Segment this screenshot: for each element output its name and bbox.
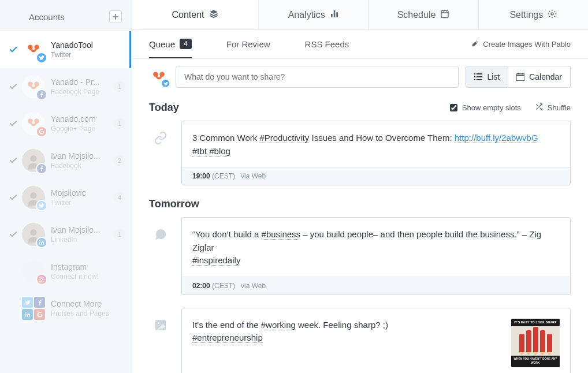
account-name: Instagram xyxy=(51,262,125,271)
shuffle-button[interactable]: Shuffle xyxy=(535,103,571,113)
content-area: List Calendar Today Show empty slotsShuf… xyxy=(132,59,588,373)
account-avatar xyxy=(22,38,45,61)
composer-row: List Calendar xyxy=(149,66,571,88)
composer-avatar xyxy=(149,67,169,87)
link-icon xyxy=(149,121,172,185)
account-name: Ivan Mojsilo... xyxy=(51,151,111,161)
post-text: It's the end of the #working week. Feeli… xyxy=(192,319,503,367)
gear-icon xyxy=(548,9,557,21)
account-avatar xyxy=(22,112,45,135)
queue-count-badge: 1 xyxy=(114,229,125,240)
account-item-2[interactable]: Yanado.comGoogle+ Page1 xyxy=(0,105,131,142)
account-name: Yanado.com xyxy=(51,114,111,124)
account-avatar xyxy=(22,186,45,209)
queue-count-badge: 1 xyxy=(114,118,125,129)
queue-count-badge: 1 xyxy=(114,81,125,92)
check-icon xyxy=(5,156,22,165)
svg-point-6 xyxy=(30,155,36,162)
check-icon xyxy=(5,119,22,128)
facebook-icon xyxy=(36,163,47,174)
svg-point-7 xyxy=(30,192,36,199)
section-title: Tomorrow xyxy=(149,198,199,210)
account-subtitle: Twitter xyxy=(51,51,125,59)
tab-settings[interactable]: Settings xyxy=(479,0,588,29)
queue-count: 4 xyxy=(180,39,192,49)
section-title: Today xyxy=(149,102,179,114)
calendar-icon xyxy=(516,73,524,81)
tab-content[interactable]: Content xyxy=(132,0,259,29)
svg-rect-12 xyxy=(441,10,448,17)
sidebar-title: Accounts xyxy=(29,12,65,22)
account-avatar xyxy=(22,75,45,98)
post-item[interactable]: 3 Common Work #Productivity Issues and H… xyxy=(149,121,571,185)
account-item-4[interactable]: MojsilovicTwitter4 xyxy=(0,179,131,216)
account-name: Connect More xyxy=(51,299,125,308)
account-item-1[interactable]: Yanado - Pr...Facebook Page1 xyxy=(0,68,131,105)
account-list: YanadoToolTwitterYanado - Pr...Facebook … xyxy=(0,31,131,327)
account-subtitle: LinkedIn xyxy=(51,236,111,244)
post-text: “You don’t build a #business – you build… xyxy=(192,228,560,267)
calendar-view-button[interactable]: Calendar xyxy=(508,66,571,88)
twitter-icon xyxy=(36,52,47,64)
svg-point-18 xyxy=(158,322,159,324)
post-item[interactable]: It's the end of the #working week. Feeli… xyxy=(149,308,571,374)
account-item-3[interactable]: Ivan Mojsilo...Facebook2 xyxy=(0,142,131,179)
account-name: Yanado - Pr... xyxy=(51,77,111,87)
twitter-icon xyxy=(36,200,47,211)
account-avatar xyxy=(22,149,45,172)
shuffle-icon xyxy=(535,103,543,113)
facebook-icon xyxy=(36,89,47,100)
queue-count-badge: 2 xyxy=(114,155,125,166)
svg-point-11 xyxy=(43,278,43,278)
check-icon xyxy=(5,45,22,54)
plus-icon xyxy=(113,14,118,20)
account-item-7[interactable]: Connect MoreProfiles and Pages xyxy=(0,290,131,327)
composer-input[interactable] xyxy=(176,66,459,88)
linkedin-icon xyxy=(36,237,47,248)
account-item-0[interactable]: YanadoToolTwitter xyxy=(0,31,131,68)
calendar-icon xyxy=(440,9,449,21)
queue-count-badge: 4 xyxy=(114,192,125,203)
subtab-queue[interactable]: Queue4 xyxy=(149,31,192,58)
post-item[interactable]: “You don’t build a #business – you build… xyxy=(149,217,571,295)
account-name: YanadoTool xyxy=(51,40,125,50)
wand-icon xyxy=(471,39,479,49)
account-avatar xyxy=(22,223,45,246)
connect-more-icon xyxy=(22,297,45,320)
account-item-5[interactable]: Ivan Mojsilo...LinkedIn1 xyxy=(0,216,131,253)
check-icon xyxy=(5,82,22,91)
svg-point-8 xyxy=(30,229,36,236)
main: ContentAnalyticsScheduleSettings Queue4F… xyxy=(132,0,588,373)
tab-schedule[interactable]: Schedule xyxy=(369,0,478,29)
stack-icon xyxy=(209,9,218,21)
svg-point-13 xyxy=(551,13,553,15)
account-subtitle: Facebook Page xyxy=(51,88,111,96)
twitter-icon xyxy=(161,79,170,88)
account-subtitle: Connect it now! xyxy=(51,273,125,281)
add-account-button[interactable] xyxy=(109,10,122,23)
svg-point-10 xyxy=(40,278,42,280)
post-thumbnail: IT'S EASY TO LOOK SHARPWHEN YOU HAVEN'T … xyxy=(511,319,560,367)
google-icon xyxy=(36,126,47,137)
account-subtitle: Twitter xyxy=(51,199,111,207)
instagram-icon xyxy=(36,274,47,285)
sub-tabs: Queue4For ReviewRSS FeedsCreate Images W… xyxy=(132,30,588,59)
account-subtitle: Google+ Page xyxy=(51,125,111,133)
svg-rect-9 xyxy=(39,277,44,282)
post-footer: 02:00 (CEST) via Web xyxy=(182,277,570,294)
show-empty-slots-toggle[interactable]: Show empty slots xyxy=(450,103,521,112)
account-name: Ivan Mojsilo... xyxy=(51,225,111,234)
account-subtitle: Facebook xyxy=(51,162,111,170)
post-text: 3 Common Work #Productivity Issues and H… xyxy=(192,132,560,158)
list-view-button[interactable]: List xyxy=(466,66,508,88)
account-item-6[interactable]: InstagramConnect it now! xyxy=(0,253,131,290)
check-icon xyxy=(5,230,22,239)
pablo-link[interactable]: Create Images With Pablo xyxy=(471,39,571,49)
list-icon xyxy=(474,73,482,80)
top-tabs: ContentAnalyticsScheduleSettings xyxy=(132,0,588,30)
svg-rect-16 xyxy=(516,74,524,81)
subtab-rss-feeds[interactable]: RSS Feeds xyxy=(305,31,349,57)
subtab-for-review[interactable]: For Review xyxy=(226,31,270,57)
show-empty-checkbox[interactable] xyxy=(450,104,457,111)
tab-analytics[interactable]: Analytics xyxy=(259,0,369,29)
